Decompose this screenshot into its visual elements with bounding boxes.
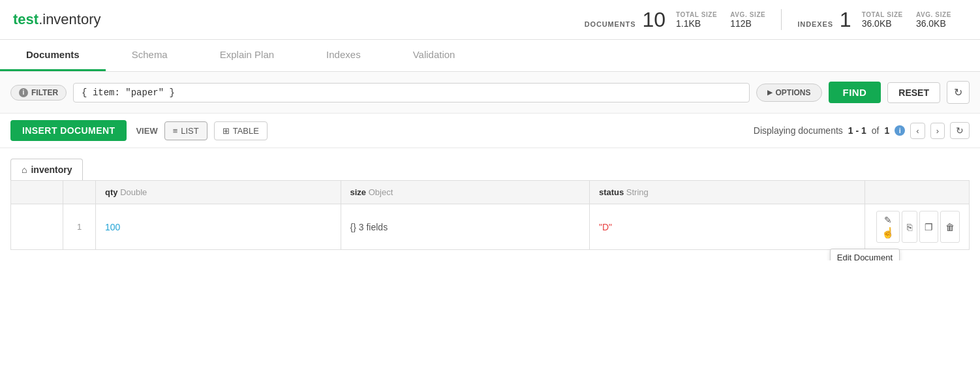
- delete-document-button[interactable]: 🗑: [940, 211, 960, 243]
- documents-label: DOCUMENTS: [585, 20, 636, 28]
- indexes-sizes: TOTAL SIZE 36.0KB AVG. SIZE 36.0KB: [862, 11, 951, 29]
- documents-total-size: 1.1KB: [676, 18, 717, 29]
- table-view-button[interactable]: ⊞ TABLE: [214, 121, 268, 140]
- collection-name-title: inventory: [42, 11, 100, 27]
- list-icon: ≡: [173, 126, 178, 136]
- db-title: test.inventory: [13, 11, 101, 28]
- display-text-pre: Displaying documents: [754, 125, 843, 136]
- prev-page-button[interactable]: ‹: [910, 123, 925, 139]
- tab-indexes[interactable]: Indexes: [300, 40, 387, 71]
- expand-cell: [11, 204, 63, 250]
- stats-section: DOCUMENTS 10 TOTAL SIZE 1.1KB AVG. SIZE …: [569, 9, 967, 30]
- indexes-avg-size: 36.0KB: [916, 18, 951, 29]
- view-label: VIEW: [136, 126, 157, 136]
- avg-size-label-docs: AVG. SIZE: [730, 11, 765, 18]
- indexes-total-size: 36.0KB: [862, 18, 903, 29]
- tab-documents[interactable]: Documents: [0, 40, 106, 71]
- documents-sizes: TOTAL SIZE 1.1KB AVG. SIZE 112B: [676, 11, 765, 29]
- tab-validation[interactable]: Validation: [387, 40, 482, 71]
- clone-icon: ❐: [925, 222, 933, 232]
- th-size: size Object: [341, 181, 589, 204]
- qty-cell: 100: [96, 204, 341, 250]
- table-label: TABLE: [233, 126, 259, 136]
- insert-document-button[interactable]: INSERT DOCUMENT: [10, 120, 127, 141]
- documents-avg-size: 112B: [730, 18, 765, 29]
- display-count: 1: [885, 125, 890, 136]
- clone-document-button[interactable]: ❐: [919, 211, 938, 243]
- collection-tab: ⌂ inventory: [10, 159, 83, 180]
- table-icon: ⊞: [222, 126, 230, 136]
- actions-cell: ✎ ☝ Edit Document ⎘ ❐: [865, 204, 970, 250]
- th-actions: [865, 181, 970, 204]
- data-table: qty Double size Object status String 1: [10, 180, 970, 250]
- filter-button[interactable]: i FILTER: [10, 85, 67, 101]
- documents-count: 10: [642, 9, 666, 30]
- avg-size-label-idx: AVG. SIZE: [916, 11, 951, 18]
- tab-schema[interactable]: Schema: [106, 40, 194, 71]
- filter-bar: i FILTER ▶ OPTIONS FIND RESET ↻: [0, 72, 980, 114]
- filter-label: FILTER: [31, 88, 58, 97]
- size-cell: {} 3 fields: [341, 204, 589, 250]
- home-icon: ⌂: [22, 164, 27, 175]
- collection-tab-label: inventory: [31, 164, 72, 175]
- tab-explain-plan[interactable]: Explain Plan: [194, 40, 300, 71]
- edit-tooltip: Edit Document: [830, 249, 900, 260]
- toolbar: INSERT DOCUMENT VIEW ≡ LIST ⊞ TABLE Disp…: [0, 114, 980, 148]
- th-status: status String: [589, 181, 865, 204]
- options-button[interactable]: ▶ OPTIONS: [756, 84, 822, 102]
- db-prefix: test: [13, 11, 38, 27]
- th-qty: qty Double: [96, 181, 341, 204]
- refresh-results-button[interactable]: ↻: [950, 122, 970, 139]
- size-value: {} 3 fields: [350, 222, 388, 232]
- display-of: of: [872, 125, 880, 136]
- cursor-icon: ☝: [881, 226, 895, 239]
- edit-tooltip-wrap: ✎ ☝ Edit Document: [876, 211, 900, 243]
- display-range: 1 - 1: [848, 125, 866, 136]
- table-section: ⌂ inventory qty Double size Object statu…: [0, 148, 980, 260]
- copy-icon: ⎘: [907, 222, 912, 232]
- delete-icon: 🗑: [945, 222, 955, 232]
- display-info-icon: i: [895, 125, 905, 136]
- status-cell: "D": [589, 204, 865, 250]
- list-view-button[interactable]: ≡ LIST: [164, 121, 207, 140]
- app-header: test.inventory DOCUMENTS 10 TOTAL SIZE 1…: [0, 0, 980, 40]
- indexes-label: INDEXES: [797, 20, 833, 28]
- documents-stat-group: DOCUMENTS 10 TOTAL SIZE 1.1KB AVG. SIZE …: [569, 9, 782, 30]
- list-label: LIST: [181, 126, 198, 136]
- filter-input[interactable]: [82, 87, 741, 98]
- qty-value: 100: [105, 222, 120, 232]
- refresh-button[interactable]: ↻: [947, 81, 970, 104]
- tabs-bar: Documents Schema Explain Plan Indexes Va…: [0, 40, 980, 72]
- action-buttons: ✎ ☝ Edit Document ⎘ ❐: [874, 211, 960, 243]
- row-number: 1: [63, 204, 96, 250]
- options-label: OPTIONS: [776, 88, 811, 97]
- find-button[interactable]: FIND: [829, 82, 881, 103]
- next-page-button[interactable]: ›: [930, 123, 945, 139]
- total-size-label: TOTAL SIZE: [676, 11, 717, 18]
- edit-icon: ✎: [884, 215, 892, 225]
- table-header-row: qty Double size Object status String: [11, 181, 970, 204]
- th-expand: [11, 181, 63, 204]
- copy-document-button[interactable]: ⎘: [902, 211, 917, 243]
- table-row: 1 100 {} 3 fields "D" ✎: [11, 204, 970, 250]
- options-triangle-icon: ▶: [767, 89, 773, 96]
- status-value: "D": [599, 222, 612, 232]
- edit-document-button[interactable]: ✎ ☝: [876, 211, 900, 243]
- total-size-label-idx: TOTAL SIZE: [862, 11, 903, 18]
- reset-button[interactable]: RESET: [887, 82, 940, 103]
- filter-query-wrap: [73, 83, 749, 102]
- indexes-stat-group: INDEXES 1 TOTAL SIZE 36.0KB AVG. SIZE 36…: [781, 9, 967, 30]
- filter-info-icon: i: [19, 88, 28, 97]
- th-row-num: [63, 181, 96, 204]
- indexes-count: 1: [840, 9, 851, 30]
- display-info: Displaying documents 1 - 1 of 1 i ‹ › ↻: [754, 122, 970, 139]
